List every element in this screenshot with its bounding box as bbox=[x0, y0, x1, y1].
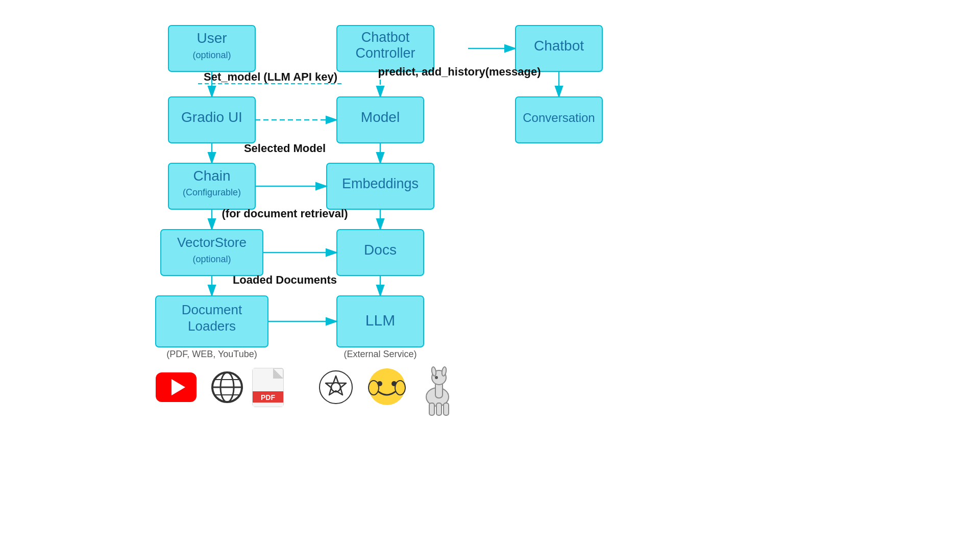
document-loaders-sublabel: (PDF, WEB, YouTube) bbox=[166, 349, 257, 359]
llama-icon bbox=[426, 366, 449, 415]
llm-label: LLM bbox=[365, 312, 395, 329]
openai-icon bbox=[320, 371, 352, 404]
svg-rect-43 bbox=[429, 403, 434, 415]
set-model-label: Set_model (LLM API key) bbox=[204, 70, 337, 83]
vectorstore-sublabel: (optional) bbox=[192, 254, 231, 264]
svg-rect-44 bbox=[436, 403, 442, 415]
document-loaders-label1: Document bbox=[182, 302, 242, 317]
vectorstore-label: VectorStore bbox=[177, 235, 247, 250]
for-document-retrieval-label: (for document retrieval) bbox=[222, 207, 348, 220]
document-loaders-label2: Loaders bbox=[188, 318, 236, 334]
chatbot-controller-label1: Chatbot bbox=[361, 30, 410, 45]
gradio-ui-label: Gradio UI bbox=[181, 109, 242, 125]
model-label: Model bbox=[361, 109, 400, 125]
docs-label: Docs bbox=[364, 242, 397, 258]
llm-sublabel: (External Service) bbox=[344, 349, 416, 359]
svg-point-42 bbox=[435, 376, 438, 379]
chatbot-label: Chatbot bbox=[534, 38, 584, 54]
hugging-face-icon bbox=[369, 368, 405, 405]
loaded-documents-label: Loaded Documents bbox=[233, 273, 337, 286]
svg-point-35 bbox=[369, 381, 379, 395]
conversation-label: Conversation bbox=[523, 111, 595, 124]
diagram-container: User (optional) Chatbot Controller Chatb… bbox=[0, 0, 980, 551]
selected-model-label: Selected Model bbox=[244, 142, 326, 155]
youtube-icon bbox=[156, 372, 197, 402]
chain-sublabel: (Configurable) bbox=[183, 187, 241, 197]
embeddings-label: Embeddings bbox=[342, 176, 419, 191]
chatbot-controller-label2: Controller bbox=[355, 45, 415, 61]
globe-icon bbox=[212, 372, 242, 402]
predict-label: predict, add_history(message) bbox=[378, 65, 541, 78]
svg-point-36 bbox=[395, 381, 405, 395]
user-sublabel: (optional) bbox=[192, 50, 231, 60]
chain-label: Chain bbox=[193, 168, 230, 184]
user-label: User bbox=[197, 30, 227, 46]
svg-rect-45 bbox=[444, 403, 449, 415]
svg-text:PDF: PDF bbox=[261, 393, 275, 402]
pdf-icon: PDF bbox=[253, 368, 283, 407]
